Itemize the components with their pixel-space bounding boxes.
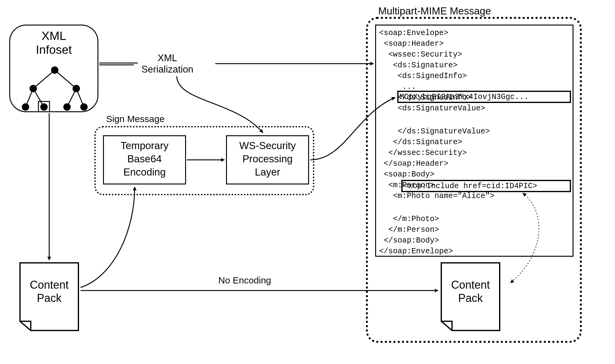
- ws-security-box: WS-SecurityProcessingLayer: [226, 135, 309, 184]
- content-pack-left: ContentPack: [18, 261, 80, 332]
- no-encoding-label: No Encoding: [218, 275, 271, 286]
- xml-infoset-title: XMLInfoset: [10, 29, 97, 57]
- xml-code-box: <soap:Envelope> <soap:Header> <wssec:Sec…: [375, 25, 573, 257]
- svg-point-8: [73, 85, 80, 92]
- content-pack-left-text: ContentPack: [18, 278, 80, 305]
- svg-point-12: [80, 103, 88, 111]
- temporary-base64-box: TemporaryBase64Encoding: [103, 135, 186, 184]
- code-line: </m:Person>: [379, 225, 439, 234]
- code-line: <soap:Header>: [379, 39, 444, 48]
- xml-serialization-label: XMLSerialization: [141, 52, 193, 75]
- code-line: <m:Photo name="Alice">: [379, 192, 494, 200]
- sign-message-label: Sign Message: [106, 114, 165, 125]
- code-line: </ds:Signature>: [379, 138, 462, 147]
- mime-title: Multipart-MIME Message: [378, 5, 491, 17]
- code-line: ...: [379, 82, 416, 91]
- code-line: <soap:Body>: [379, 170, 434, 179]
- code-line: <ds:SignatureValue>: [379, 104, 485, 113]
- tree-icon: [21, 64, 89, 112]
- code-line: <ds:Signature>: [379, 61, 458, 70]
- svg-point-7: [30, 85, 37, 92]
- content-pack-right: ContentPack: [440, 261, 501, 332]
- xml-infoset-box: XMLInfoset: [9, 25, 98, 112]
- code-line: </soap:Header>: [379, 159, 448, 168]
- code-line: </soap:Envelope>: [379, 247, 453, 256]
- xop-include-highlight: <xop:Include href=cid:ID4PIC>: [401, 180, 571, 192]
- code-line: <ds:SignedInfo>: [379, 72, 467, 81]
- code-line: </m:Photo>: [379, 215, 439, 224]
- code-line: </wssec:Security>: [379, 148, 467, 157]
- code-line: <wssec:Security>: [379, 50, 462, 59]
- signature-value-highlight: MCpXybqBI2Aa3Yx4IovjN3Ggc...: [397, 91, 571, 103]
- code-line: </soap:Body>: [379, 236, 439, 245]
- code-line: <soap:Envelope>: [379, 29, 448, 38]
- code-line: </ds:SignatureValue>: [379, 127, 490, 136]
- svg-line-1: [55, 70, 76, 89]
- svg-point-9: [22, 103, 29, 111]
- svg-point-11: [63, 103, 71, 111]
- content-pack-right-text: ContentPack: [440, 278, 501, 305]
- svg-point-6: [51, 66, 58, 74]
- svg-line-0: [33, 70, 55, 89]
- svg-point-10: [40, 103, 48, 111]
